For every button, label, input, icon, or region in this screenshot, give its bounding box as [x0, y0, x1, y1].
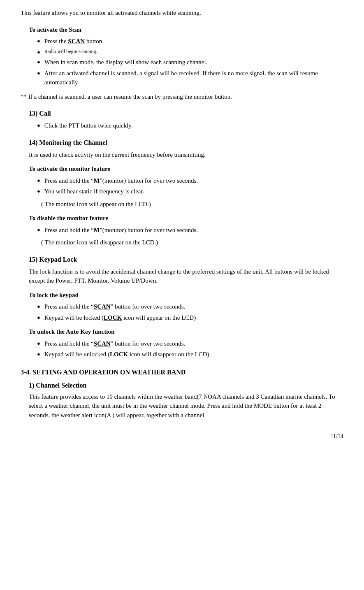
- monitor-disable-bullets: Press and hold the “M”(monitor) button f…: [37, 225, 343, 235]
- page-number: 11/14: [21, 432, 343, 441]
- keypad-lock-bullet-2-text: Keypad will be locked (LOCK icon will ap…: [44, 313, 343, 323]
- section-34-1-title: 1) Channel Selection: [29, 381, 343, 390]
- monitor-activate-bullet-1: Press and hold the “M”(monitor) button f…: [37, 176, 343, 186]
- scan-activation-section: To activate the Scan Press the SCAN butt…: [29, 25, 343, 87]
- page-content: This feature allows you to monitor all a…: [21, 8, 343, 441]
- monitor-activate-bullet-2: You will hear static if frequency is cle…: [37, 187, 343, 196]
- keypad-unlock-bullet-1: Press and hold the “SCAN” button for ove…: [37, 339, 343, 348]
- keypad-unlock-bullet-1-text: Press and hold the “SCAN” button for ove…: [44, 339, 343, 348]
- scan-bullets: Press the SCAN button Radio will begin s…: [37, 37, 343, 87]
- monitor-activate-bullets: Press and hold the “M”(monitor) button f…: [37, 176, 343, 196]
- bullet-scan-3: When in scan mode, the display will show…: [37, 58, 343, 67]
- keypad-unlock-heading: To unlock the Auto Key function: [29, 327, 343, 337]
- keypad-lock-heading: To lock the keypad: [29, 290, 343, 300]
- monitor-disable-bullet-1: Press and hold the “M”(monitor) button f…: [37, 225, 343, 235]
- section-14: 14) Monitoring the Channel It is used to…: [29, 138, 343, 247]
- m-button-label-2: M: [94, 227, 100, 233]
- lock-label-1: LOCK: [104, 314, 122, 321]
- monitor-disable-bullet-1-text: Press and hold the “M”(monitor) button f…: [44, 225, 343, 235]
- section-15: 15) Keypad Lock The lock function is to …: [29, 255, 343, 359]
- monitor-activate-heading: To activate the monitor feature: [29, 164, 343, 174]
- keypad-lock-section: To lock the keypad Press and hold the “S…: [29, 290, 343, 323]
- bullet-scan-2: Radio will begin scanning.: [37, 48, 343, 56]
- keypad-lock-bullet-2: Keypad will be locked (LOCK icon will ap…: [37, 313, 343, 323]
- monitor-activate-bullet-2-text: You will hear static if frequency is cle…: [44, 187, 343, 196]
- scan-label-1: SCAN: [68, 38, 85, 44]
- keypad-unlock-bullet-2-text: Keypad will be unlocked (LOCK icon will …: [44, 350, 343, 359]
- bullet-scan-2-text: Radio will begin scanning.: [44, 48, 343, 55]
- section-15-title: 15) Keypad Lock: [29, 255, 343, 265]
- monitor-disable-heading: To disable the monitor feature: [29, 214, 343, 223]
- monitor-activate-bullet-1-text: Press and hold the “M”(monitor) button f…: [44, 176, 343, 186]
- section-13-bullets: Click the PTT button twice quickly.: [37, 121, 343, 130]
- section-13-bullet-1: Click the PTT button twice quickly.: [37, 121, 343, 130]
- keypad-unlock-section: To unlock the Auto Key function Press an…: [29, 327, 343, 359]
- monitor-disable-section: To disable the monitor feature Press and…: [29, 214, 343, 247]
- monitor-disable-note: ( The monitor icon will disappear on the…: [41, 238, 343, 247]
- m-button-label-1: M: [94, 177, 100, 184]
- bullet-scan-1: Press the SCAN button: [37, 37, 343, 46]
- keypad-unlock-bullet-2: Keypad will be unlocked (LOCK icon will …: [37, 350, 343, 359]
- keypad-lock-bullet-1: Press and hold the “SCAN” button for ove…: [37, 302, 343, 311]
- section-34-1-body: This feature provides access to 10 chann…: [29, 392, 343, 420]
- scan-label-2: SCAN: [94, 303, 111, 310]
- section-34-heading: 3-4. SETTING AND OPERATION ON WEATHER BA…: [21, 367, 343, 377]
- scan-activate-heading: To activate the Scan: [29, 25, 343, 35]
- bullet-scan-4-text: After an activated channel is scanned, a…: [44, 69, 343, 87]
- section-13-bullet-1-text: Click the PTT button twice quickly.: [44, 121, 343, 130]
- keypad-lock-bullet-1-text: Press and hold the “SCAN” button for ove…: [44, 302, 343, 311]
- keypad-unlock-bullets: Press and hold the “SCAN” button for ove…: [37, 339, 343, 359]
- section-15-body: The lock function is to avoid the accide…: [29, 267, 343, 286]
- section-34-subsection-1: 1) Channel Selection This feature provid…: [29, 381, 343, 420]
- section-34: 3-4. SETTING AND OPERATION ON WEATHER BA…: [21, 367, 343, 420]
- section-13: 13) Call Click the PTT button twice quic…: [29, 109, 343, 130]
- scan-note: ** If a channel is scanned, a user can r…: [21, 92, 343, 102]
- section-13-title: 13) Call: [29, 109, 343, 118]
- monitor-activate-section: To activate the monitor feature Press an…: [29, 164, 343, 209]
- bullet-scan-3-text: When in scan mode, the display will show…: [44, 58, 343, 67]
- bullet-scan-4: After an activated channel is scanned, a…: [37, 69, 343, 87]
- section-14-body: It is used to check activity on the curr…: [29, 150, 343, 160]
- keypad-lock-bullets: Press and hold the “SCAN” button for ove…: [37, 302, 343, 322]
- intro-text: This feature allows you to monitor all a…: [21, 8, 343, 18]
- scan-label-3: SCAN: [94, 340, 111, 347]
- monitor-activate-note: ( The monitor icon will appear on the LC…: [41, 200, 343, 209]
- lock-label-2: LOCK: [110, 351, 128, 358]
- bullet-scan-1-text: Press the SCAN button: [44, 37, 343, 46]
- section-14-title: 14) Monitoring the Channel: [29, 138, 343, 148]
